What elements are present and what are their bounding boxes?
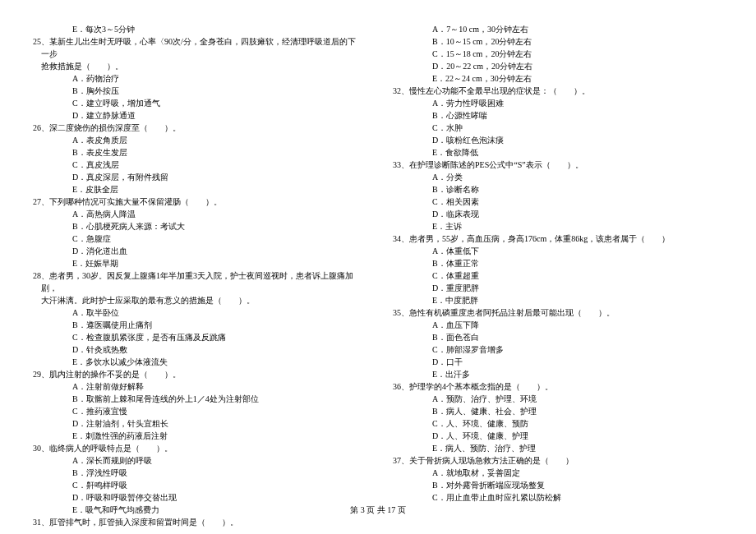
q29-option-b: B．取髂前上棘和尾骨连线的外上1／4处为注射部位 (33, 393, 363, 405)
q31-stem: 31、肛管排气时，肛管插入深度和留置时间是（ ）。 (33, 516, 363, 528)
document-page: E．每次3～5分钟 25、某新生儿出生时无呼吸，心率〈90次/分，全身苍白，四肢… (0, 0, 756, 534)
q29-option-c: C．推药液宜慢 (33, 405, 363, 417)
q32-option-e: E．食欲降低 (393, 146, 723, 159)
q28-stem-line2: 大汗淋漓。此时护士应采取的最有意义的措施是（ ）。 (33, 294, 363, 306)
q31-option-c: C．15～18 cm，20分钟左右 (393, 48, 723, 60)
q32-option-a: A．劳力性呼吸困难 (393, 97, 723, 109)
q31-option-d: D．20～22 cm，20分钟左右 (393, 60, 723, 72)
q36-stem: 36、护理学的4个基本概念指的是（ ）。 (393, 380, 723, 393)
q37-option-b: B．对外露骨折断端应现场整复 (393, 479, 723, 491)
q28-option-d: D．针灸或热敷 (33, 343, 363, 356)
q32-option-c: C．水肿 (393, 122, 723, 134)
q30-stem: 30、临终病人的呼吸特点是（ ）。 (33, 442, 363, 454)
option-e: E．每次3～5分钟 (33, 23, 363, 35)
q36-option-a: A．预防、治疗、护理、环境 (393, 393, 723, 405)
q26-option-d: D．真皮深层，有附件残留 (33, 171, 363, 183)
q37-option-a: A．就地取材，妥善固定 (393, 467, 723, 479)
q25-option-d: D．建立静脉通道 (33, 109, 363, 122)
q27-stem: 27、下列哪种情况可实施大量不保留灌肠（ ）。 (33, 196, 363, 208)
q34-option-e: E．中度肥胖 (393, 294, 723, 306)
q35-option-a: A．血压下降 (393, 319, 723, 331)
q31-option-e: E．22～24 cm，30分钟左右 (393, 72, 723, 85)
q37-stem: 37、关于骨折病人现场急救方法正确的是（ ） (393, 454, 723, 467)
q36-option-e: E．病人、预防、治疗、护理 (393, 442, 723, 454)
q31-option-a: A．7～10 cm，30分钟左右 (393, 23, 723, 35)
q29-stem: 29、肌内注射的操作不妥的是（ ）。 (33, 368, 363, 380)
q37-option-c: C．用止血带止血时应扎紧以防松解 (393, 491, 723, 504)
q33-option-b: B．诊断名称 (393, 183, 723, 196)
q36-option-d: D．人、环境、健康、护理 (393, 430, 723, 442)
q26-option-b: B．表皮生发层 (33, 146, 363, 159)
q35-option-c: C．肺部湿罗音增多 (393, 343, 723, 356)
q27-option-c: C．急腹症 (33, 232, 363, 245)
q27-option-b: B．心肌梗死病人来源：考试大 (33, 220, 363, 232)
q33-option-a: A．分类 (393, 171, 723, 183)
q35-option-e: E．出汗多 (393, 368, 723, 380)
q25-stem-line1: 25、某新生儿出生时无呼吸，心率〈90次/分，全身苍白，四肢瘫软，经清理呼吸道后… (33, 35, 363, 60)
q30-option-c: C．鼾鸣样呼吸 (33, 479, 363, 491)
q33-option-c: C．相关因素 (393, 196, 723, 208)
q36-option-b: B．病人、健康、社会、护理 (393, 405, 723, 417)
q25-option-b: B．胸外按压 (33, 85, 363, 97)
q35-option-d: D．口干 (393, 356, 723, 368)
q34-stem: 34、患者男，55岁，高血压病，身高176cm，体重86kg，该患者属于（ ） (393, 232, 723, 245)
q33-option-e: E．主诉 (393, 220, 723, 232)
two-column-layout: E．每次3～5分钟 25、某新生儿出生时无呼吸，心率〈90次/分，全身苍白，四肢… (33, 23, 723, 528)
q34-option-c: C．体重超重 (393, 269, 723, 282)
q27-option-e: E．妊娠早期 (33, 257, 363, 269)
q32-stem: 32、慢性左心功能不全最早出现的症状是：（ ）。 (393, 85, 723, 97)
q27-option-d: D．消化道出血 (33, 245, 363, 257)
q32-option-b: B．心源性哮喘 (393, 109, 723, 122)
q33-option-d: D．临床表现 (393, 208, 723, 220)
q27-option-a: A．高热病人降温 (33, 208, 363, 220)
q36-option-c: C．人、环境、健康、预防 (393, 417, 723, 430)
q26-stem: 26、深二度烧伤的损伤深度至（ ）。 (33, 122, 363, 134)
q34-option-b: B．体重正常 (393, 257, 723, 269)
q29-option-a: A．注射前做好解释 (33, 380, 363, 393)
q25-option-a: A．药物治疗 (33, 72, 363, 85)
left-column: E．每次3～5分钟 25、某新生儿出生时无呼吸，心率〈90次/分，全身苍白，四肢… (33, 23, 363, 528)
q34-option-a: A．体重低下 (393, 245, 723, 257)
q35-stem: 35、急性有机磷重度患者阿托品注射后最可能出现（ ）。 (393, 306, 723, 319)
q28-option-c: C．检查腹肌紧张度，是否有压痛及反跳痛 (33, 331, 363, 343)
q29-option-e: E．刺激性强的药液后注射 (33, 430, 363, 442)
q35-option-b: B．面色苍白 (393, 331, 723, 343)
q29-option-d: D．注射油剂，针头宜粗长 (33, 417, 363, 430)
q30-option-d: D．呼吸和呼吸暂停交替出现 (33, 491, 363, 504)
q26-option-c: C．真皮浅层 (33, 159, 363, 171)
q28-option-a: A．取半卧位 (33, 306, 363, 319)
q31-option-b: B．10～15 cm，20分钟左右 (393, 35, 723, 48)
q32-option-d: D．咳粉红色泡沫痰 (393, 134, 723, 146)
q28-option-e: E．多饮水以减少体液流失 (33, 356, 363, 368)
q26-option-a: A．表皮角质层 (33, 134, 363, 146)
q28-stem-line1: 28、患者男，30岁。因反复上腹痛1年半加重3天入院，护士夜间巡视时，患者诉上腹… (33, 269, 363, 294)
q30-option-a: A．深长而规则的呼吸 (33, 454, 363, 467)
page-footer: 第 3 页 共 17 页 (0, 504, 756, 516)
q28-option-b: B．遵医嘱使用止痛剂 (33, 319, 363, 331)
q25-stem-line2: 抢救措施是（ ）。 (33, 60, 363, 72)
q34-option-d: D．重度肥胖 (393, 282, 723, 294)
q26-option-e: E．皮肤全层 (33, 183, 363, 196)
q33-stem: 33、在护理诊断陈述的PES公式中“S”表示（ ）。 (393, 159, 723, 171)
q25-option-c: C．建立呼吸，增加通气 (33, 97, 363, 109)
right-column: A．7～10 cm，30分钟左右 B．10～15 cm，20分钟左右 C．15～… (393, 23, 723, 528)
q30-option-b: B．浮浅性呼吸 (33, 467, 363, 479)
